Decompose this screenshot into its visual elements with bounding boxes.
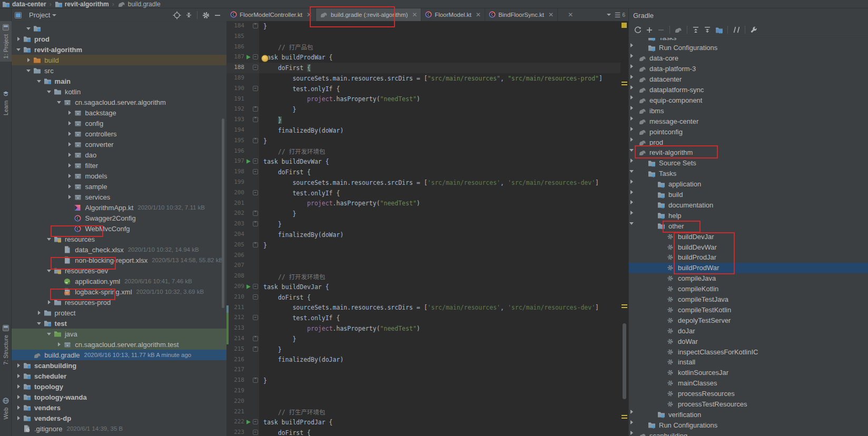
expand-all-icon[interactable] [690, 25, 702, 35]
chevron-right-icon[interactable] [67, 142, 73, 147]
project-tree-item[interactable]: ?non-blocking-report.xlsx2020/5/13 14:58… [12, 255, 226, 265]
gradle-tree-item[interactable]: buildProdWar [629, 263, 868, 273]
warning-mark[interactable] [622, 304, 627, 305]
chevron-down-icon[interactable] [56, 100, 62, 105]
code-line-193[interactable]: 193^ } [226, 115, 620, 125]
project-tree-item[interactable]: java [12, 329, 226, 339]
fold-marker-icon[interactable]: − [253, 190, 258, 195]
project-tree-item[interactable]: dao [12, 150, 226, 160]
gradle-tree-item[interactable]: scanbuilding [629, 430, 868, 436]
chevron-right-icon[interactable] [16, 405, 22, 411]
code-line-217[interactable]: 217 [226, 365, 620, 375]
tool-stripe-button----project[interactable]: 1: Project [0, 21, 12, 62]
hidden-tabs-dropdown[interactable]: ☰6 [607, 8, 625, 21]
sync-icon[interactable] [632, 25, 644, 35]
project-tree-item[interactable]: topology [12, 381, 226, 392]
close-icon[interactable]: ✕ [412, 11, 417, 18]
code-line-222[interactable]: 222−task buildProdJar { [226, 417, 620, 428]
chevron-down-icon[interactable] [36, 78, 42, 84]
fold-marker-icon[interactable]: − [253, 86, 258, 91]
gradle-tree-item[interactable]: buildDevJar [629, 231, 868, 242]
code-line-190[interactable]: 190− test.onlyIf { [226, 84, 620, 94]
project-tree-item[interactable]: resources-prod [12, 297, 226, 308]
code-editor[interactable]: 184^}185186 // 打产品包187−task buildProdWar… [226, 21, 620, 436]
code-line-202[interactable]: 202^ } [226, 209, 620, 219]
fold-marker-icon[interactable]: − [253, 158, 258, 164]
gradle-tree-item[interactable]: data-core [629, 53, 868, 64]
fold-marker-icon[interactable]: ^ [253, 117, 258, 122]
code-line-185[interactable]: 185 [226, 32, 620, 42]
settings-icon[interactable] [200, 10, 212, 21]
fold-marker-icon[interactable]: ^ [253, 106, 258, 112]
code-line-214[interactable]: 214^ } [226, 334, 620, 344]
chevron-right-icon[interactable] [67, 131, 73, 137]
add-icon[interactable] [644, 25, 655, 35]
fold-marker-icon[interactable]: ^ [253, 138, 258, 143]
gradle-tree-item[interactable]: datacenter [629, 74, 868, 85]
code-line-184[interactable]: 184^} [226, 21, 620, 32]
gradle-tree-item[interactable]: Source Sets [629, 158, 868, 169]
project-tree-item[interactable]: venders-dp [12, 413, 226, 423]
chevron-right-icon[interactable] [67, 194, 73, 200]
project-tree-item[interactable]: resources [12, 234, 226, 244]
breadcrumb-item[interactable]: revit-algorithm [55, 1, 109, 8]
chevron-right-icon[interactable] [56, 342, 62, 348]
chevron-down-icon[interactable] [46, 331, 52, 337]
project-tree-item[interactable]: .gitignore2020/6/1 14:39, 35 B [12, 423, 226, 434]
chevron-down-icon[interactable] [16, 47, 22, 53]
remove-icon[interactable] [655, 25, 667, 35]
code-line-204[interactable]: 204 finalizedBy(doWar) [226, 230, 620, 240]
gradle-tree-item[interactable]: application [629, 179, 868, 190]
chevron-right-icon[interactable] [67, 163, 73, 169]
code-line-215[interactable]: 215^ } [226, 344, 620, 355]
script-filter-icon[interactable] [731, 25, 742, 35]
project-tree-item[interactable]: AlgorithmApp.kt2020/1/10 10:32, 7.11 kB [12, 202, 226, 213]
warning-mark[interactable] [622, 82, 627, 83]
code-line-205[interactable]: 205^} [226, 240, 620, 251]
warning-mark[interactable] [622, 418, 627, 419]
fold-marker-icon[interactable]: − [253, 169, 258, 174]
run-task-icon[interactable] [245, 284, 251, 291]
project-tree-item[interactable]: filter [12, 160, 226, 171]
project-tree-item[interactable] [12, 23, 226, 34]
project-tree-item[interactable]: test [12, 318, 226, 329]
close-icon[interactable]: ✕ [568, 11, 573, 18]
gradle-tree-item[interactable]: inspectClassesForKotlinIC [629, 346, 868, 357]
project-tree-item[interactable]: topology-wanda [12, 392, 226, 402]
gradle-tree-item[interactable]: compileJava [629, 273, 868, 284]
inspection-status-square[interactable] [622, 23, 627, 28]
fold-marker-icon[interactable]: − [253, 284, 258, 289]
fold-marker-icon[interactable]: − [253, 419, 258, 424]
chevron-right-icon[interactable] [67, 173, 73, 179]
warning-mark[interactable] [622, 307, 627, 308]
chevron-down-icon[interactable] [26, 68, 32, 74]
chevron-right-icon[interactable] [16, 384, 22, 390]
project-tree-item[interactable]: CSwagger2Config [12, 213, 226, 223]
code-line-207[interactable]: 207 [226, 261, 620, 271]
gradle-tree-item[interactable]: buildProdJar [629, 252, 868, 263]
fold-marker-icon[interactable]: − [253, 430, 258, 435]
project-tree-item[interactable]: converter [12, 139, 226, 150]
run-task-icon[interactable] [245, 158, 251, 166]
gradle-tree-item[interactable]: processResources [629, 389, 868, 399]
gradle-tree-item[interactable]: compileKotlin [629, 284, 868, 294]
fold-marker-icon[interactable]: ^ [253, 23, 258, 28]
project-tree-item[interactable]: revit-algorithm [12, 44, 226, 55]
fold-marker-icon[interactable]: ^ [253, 242, 258, 247]
chevron-right-icon[interactable] [67, 152, 73, 158]
project-tree-item[interactable]: services [12, 192, 226, 202]
code-line-200[interactable]: 200− test.onlyIf { [226, 188, 620, 199]
run-task-icon[interactable] [245, 54, 251, 62]
chevron-right-icon[interactable] [46, 300, 52, 305]
code-line-203[interactable]: 203^ } [226, 219, 620, 230]
locate-icon[interactable] [171, 10, 183, 21]
editor-tab[interactable]: build.gradle (:revit-algorithm)✕ [316, 8, 421, 21]
code-line-194[interactable]: 194 finalizedBy(doWar) [226, 125, 620, 136]
gradle-icon[interactable] [673, 25, 684, 35]
code-line-198[interactable]: 198− doFirst { [226, 167, 620, 177]
project-tree-item[interactable]: cn.sagacloud.server.algorithm.test [12, 339, 226, 350]
close-icon[interactable]: ✕ [476, 11, 481, 18]
project-tree-item[interactable]: scheduler [12, 371, 226, 381]
project-tree-item[interactable]: CWebMvcConfg [12, 223, 226, 234]
gradle-tree-item[interactable]: pointconfig [629, 126, 868, 137]
